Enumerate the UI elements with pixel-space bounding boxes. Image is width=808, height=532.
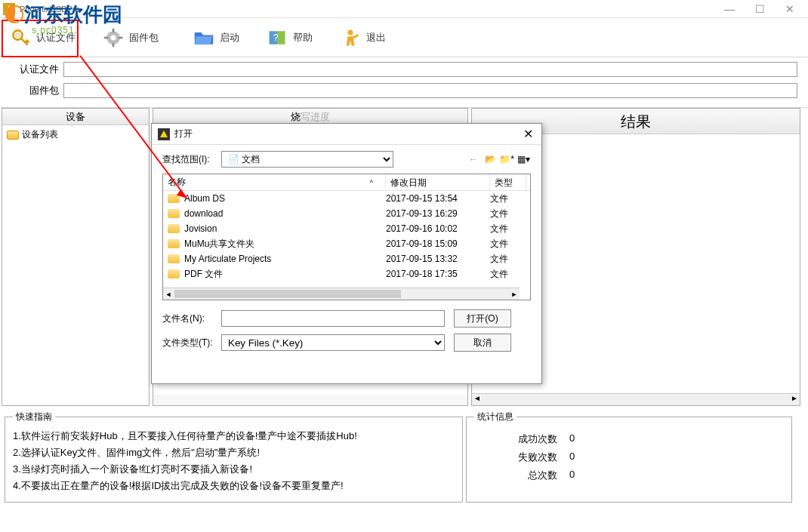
person-exit-icon xyxy=(339,26,362,49)
ok-value: 0 xyxy=(569,432,575,446)
start-button[interactable]: 启动 xyxy=(193,26,239,49)
close-button[interactable]: ✕ xyxy=(775,0,805,18)
file-type: 文件 xyxy=(490,238,526,251)
guide-item: 2.选择认证Key文件、固件img文件，然后"启动"量产系统! xyxy=(13,444,455,461)
folder-icon xyxy=(168,209,180,218)
guide-item: 3.当绿灯亮时插入一个新设备!红灯亮时不要插入新设备! xyxy=(13,461,455,478)
file-row[interactable]: MuMu共享文件夹2017-09-18 15:09文件 xyxy=(163,236,530,251)
book-icon: ? xyxy=(266,26,288,49)
scroll-left-icon[interactable]: ◄ xyxy=(472,394,483,405)
guide-item: 1.软件运行前安装好Hub，且不要接入任何待量产的设备!量产中途不要插拔Hub! xyxy=(13,428,455,444)
file-list-body[interactable]: Album DS2017-09-15 13:54文件download2017-0… xyxy=(163,191,530,286)
device-header: 设备 xyxy=(2,109,149,125)
scroll-right-icon[interactable]: ► xyxy=(509,291,520,298)
folder-icon xyxy=(168,194,180,203)
firmware-button[interactable]: 固件包 xyxy=(102,26,159,49)
cancel-button[interactable]: 取消 xyxy=(454,334,511,352)
device-panel: 设备 设备列表 xyxy=(2,108,150,406)
file-row[interactable]: My Articulate Projects2017-09-15 13:32文件 xyxy=(163,251,530,266)
file-date: 2017-09-18 15:09 xyxy=(386,238,490,249)
folder-icon xyxy=(168,239,180,248)
device-list-label: 设备列表 xyxy=(22,128,58,141)
folder-icon xyxy=(7,131,19,140)
auth-label: 认证文件 xyxy=(36,31,76,45)
lookin-select[interactable]: 📄 文档 xyxy=(221,151,393,168)
exit-button[interactable]: 退出 xyxy=(339,26,386,49)
minimize-button[interactable]: — xyxy=(714,0,745,18)
start-label: 启动 xyxy=(220,31,239,45)
folder-icon xyxy=(168,254,180,263)
total-value: 0 xyxy=(569,469,575,482)
auth-file-button[interactable]: 认证文件 xyxy=(9,26,76,49)
file-name: Jovision xyxy=(184,223,217,234)
auth-path-label: 认证文件 xyxy=(11,63,59,76)
file-date: 2017-09-18 17:35 xyxy=(386,269,490,279)
help-button[interactable]: ? 帮助 xyxy=(266,26,313,49)
result-scrollbar[interactable]: ◄ ► xyxy=(472,393,800,405)
dialog-icon xyxy=(158,128,170,140)
ok-label: 成功次数 xyxy=(474,432,557,446)
file-name: Album DS xyxy=(184,193,225,204)
toolbar: 认证文件 固件包 启动 ? 帮助 退出 xyxy=(0,18,808,57)
file-list-header: 名称^ 修改日期 类型 xyxy=(163,174,530,191)
titlebar: PhoenixUSBPro — ☐ ✕ xyxy=(0,0,808,18)
dialog-titlebar: 打开 ✕ xyxy=(152,124,541,145)
file-date: 2017-09-15 13:54 xyxy=(386,193,490,204)
svg-point-2 xyxy=(16,32,20,36)
file-list-scrollbar[interactable]: ◄ ► xyxy=(163,288,520,300)
file-type: 文件 xyxy=(490,223,526,235)
app-title: PhoenixUSBPro xyxy=(20,5,714,14)
open-file-dialog: 打开 ✕ 查找范围(I): 📄 文档 ← 📂 📁* ▦▾ 名称^ 修改日期 类型… xyxy=(151,123,542,384)
guide-item: 4.不要拔出正在量产的设备!根据ID拔出完成及失败的设备!设备不要重复量产! xyxy=(13,478,455,494)
open-button[interactable]: 打开(O) xyxy=(454,309,511,328)
help-label: 帮助 xyxy=(293,31,313,45)
col-name[interactable]: 名称^ xyxy=(163,174,386,190)
file-row[interactable]: Jovision2017-09-16 10:02文件 xyxy=(163,221,530,236)
lookin-label: 查找范围(I): xyxy=(162,153,221,166)
up-folder-button[interactable]: 📂 xyxy=(483,152,498,167)
back-button[interactable]: ← xyxy=(466,152,481,167)
stats-panel: 统计信息 成功次数0 失败次数0 总次数0 xyxy=(466,411,792,503)
file-date: 2017-09-15 13:32 xyxy=(386,254,490,264)
total-label: 总次数 xyxy=(474,469,557,482)
guide-legend: 快速指南 xyxy=(13,411,55,423)
auth-path-input[interactable] xyxy=(63,62,797,77)
fw-label: 固件包 xyxy=(129,31,159,45)
filetype-select[interactable]: Key Files (*.Key) xyxy=(221,334,445,351)
new-folder-button[interactable]: 📁* xyxy=(499,152,514,167)
file-row[interactable]: Album DS2017-09-15 13:54文件 xyxy=(163,191,530,206)
maximize-button[interactable]: ☐ xyxy=(745,0,775,18)
svg-text:?: ? xyxy=(273,32,279,42)
col-type[interactable]: 类型 xyxy=(490,174,526,190)
fail-label: 失败次数 xyxy=(474,451,557,464)
path-section: 认证文件 固件包 xyxy=(0,57,808,108)
app-icon xyxy=(3,3,15,15)
filename-input[interactable] xyxy=(221,310,445,327)
scroll-left-icon[interactable]: ◄ xyxy=(163,291,174,298)
fw-path-input[interactable] xyxy=(63,83,797,98)
fail-value: 0 xyxy=(569,451,575,464)
guide-panel: 快速指南 1.软件运行前安装好Hub，且不要接入任何待量产的设备!量产中途不要插… xyxy=(5,411,463,503)
col-date[interactable]: 修改日期 xyxy=(386,174,490,190)
folder-launch-icon xyxy=(193,26,215,49)
file-date: 2017-09-16 10:02 xyxy=(386,223,490,234)
file-type: 文件 xyxy=(490,253,526,266)
folder-icon xyxy=(168,269,180,278)
file-row[interactable]: PDF 文件2017-09-18 17:35文件 xyxy=(163,266,530,281)
stats-legend: 统计信息 xyxy=(474,411,517,423)
dialog-close-button[interactable]: ✕ xyxy=(520,127,535,141)
view-menu-button[interactable]: ▦▾ xyxy=(516,152,531,167)
filetype-label: 文件类型(T): xyxy=(162,337,221,349)
file-type: 文件 xyxy=(490,208,526,220)
scroll-right-icon[interactable]: ► xyxy=(789,394,800,405)
device-list-root[interactable]: 设备列表 xyxy=(7,128,144,141)
folder-icon xyxy=(168,224,180,233)
filename-label: 文件名(N): xyxy=(162,312,221,325)
file-name: download xyxy=(184,208,223,219)
exit-label: 退出 xyxy=(366,31,386,45)
file-name: My Articulate Projects xyxy=(184,254,271,264)
fw-path-label: 固件包 xyxy=(11,84,59,97)
bottom-panels: 快速指南 1.软件运行前安装好Hub，且不要接入任何待量产的设备!量产中途不要插… xyxy=(0,406,808,507)
file-row[interactable]: download2017-09-13 16:29文件 xyxy=(163,206,530,221)
device-tree[interactable]: 设备列表 xyxy=(2,125,149,405)
